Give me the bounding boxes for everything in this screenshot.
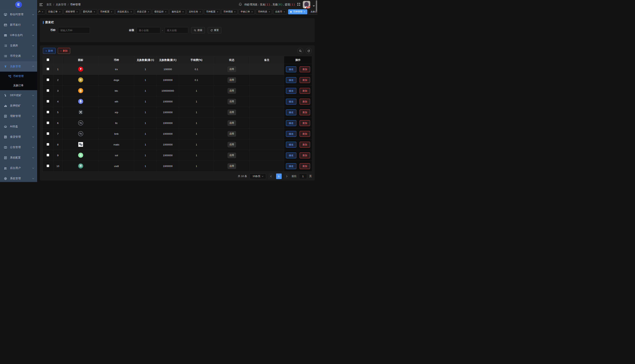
tab-close-icon[interactable]: × xyxy=(251,11,253,13)
row-delete-button[interactable]: 删除 xyxy=(300,120,310,126)
user-menu-caret-icon[interactable] xyxy=(313,6,315,7)
row-delete-button[interactable]: 删除 xyxy=(300,88,310,94)
page-size-select[interactable]: 10条/页 xyxy=(250,174,266,179)
edit-button[interactable]: 修改 xyxy=(286,66,296,72)
row-delete-button[interactable]: 删除 xyxy=(300,152,310,158)
tab[interactable]: 币种配置× xyxy=(204,9,220,14)
logo[interactable]: E xyxy=(0,0,37,9)
row-checkbox[interactable] xyxy=(47,132,49,135)
add-button[interactable]: +新增 xyxy=(43,48,56,54)
bell-icon[interactable] xyxy=(239,2,242,7)
tab[interactable]: 服务监控× xyxy=(170,9,186,14)
row-delete-button[interactable]: 删除 xyxy=(300,163,310,169)
table-search-button[interactable] xyxy=(297,48,303,54)
tab-close-icon[interactable]: × xyxy=(111,11,112,13)
sidebar-item-wealth[interactable]: 理财管理 xyxy=(0,111,37,121)
sidebar-item-coin-trade[interactable]: 币币交易 xyxy=(0,51,37,61)
sidebar-item-lending[interactable]: 借贷管理 xyxy=(0,132,37,142)
tab[interactable]: 户× xyxy=(37,9,45,14)
edit-button[interactable]: 修改 xyxy=(286,131,296,137)
row-checkbox[interactable] xyxy=(47,122,49,124)
row-checkbox[interactable] xyxy=(47,164,49,167)
tab-close-icon[interactable]: × xyxy=(217,11,218,13)
page-button-current[interactable]: 1 xyxy=(276,174,282,179)
tab[interactable]: 币种周期× xyxy=(221,9,237,14)
row-checkbox[interactable] xyxy=(47,100,49,102)
sidebar-subitem-swap-orders[interactable]: 兑换订单 xyxy=(0,81,37,90)
sidebar-item-ai[interactable]: AI控盘 xyxy=(0,121,37,132)
row-checkbox[interactable] xyxy=(47,78,49,81)
sidebar-item-staking[interactable]: 质押挖矿 xyxy=(0,100,37,111)
tab-active[interactable]: 币种管理× xyxy=(288,9,307,14)
tab[interactable]: 归集订单× xyxy=(47,9,63,14)
delete-button[interactable]: −删除 xyxy=(58,48,70,54)
breadcrumb-home[interactable]: 首页 xyxy=(47,3,52,6)
fullscreen-icon[interactable] xyxy=(297,2,300,7)
tab[interactable]: 缓存监控× xyxy=(152,9,168,14)
tab-close-icon[interactable]: × xyxy=(234,11,235,13)
edit-button[interactable]: 修改 xyxy=(286,142,296,148)
tab-close-icon[interactable]: × xyxy=(269,11,270,13)
tab[interactable]: 委托列表× xyxy=(81,9,97,14)
min-amount-input[interactable] xyxy=(137,27,160,34)
sidebar-subitem-coin-management[interactable]: 币种管理 xyxy=(0,72,37,81)
edit-button[interactable]: 修改 xyxy=(286,88,296,94)
row-delete-button[interactable]: 删除 xyxy=(300,110,310,115)
prev-page-button[interactable] xyxy=(268,174,274,179)
max-amount-input[interactable] xyxy=(165,27,188,34)
tab-close-icon[interactable]: × xyxy=(284,11,285,13)
edit-button[interactable]: 修改 xyxy=(286,77,296,83)
tab[interactable]: 授权管理× xyxy=(64,9,80,14)
tab-close-icon[interactable]: × xyxy=(148,11,149,13)
row-checkbox[interactable] xyxy=(47,68,49,70)
edit-button[interactable]: 修改 xyxy=(286,163,296,169)
tab[interactable]: 定时任务× xyxy=(187,9,203,14)
edit-button[interactable]: 修改 xyxy=(286,110,296,115)
sidebar-item-ucontract[interactable]: U本位合约 xyxy=(0,30,37,40)
goto-page-input[interactable] xyxy=(299,174,307,179)
tab[interactable]: 申购订单× xyxy=(239,9,255,14)
row-delete-button[interactable]: 删除 xyxy=(300,66,310,72)
row-checkbox[interactable] xyxy=(47,111,49,113)
sidebar-collapse-icon[interactable] xyxy=(39,3,43,6)
tab[interactable]: 币种列表× xyxy=(256,9,272,14)
sidebar-item-swap-management[interactable]: ¥ 兑换管理 xyxy=(0,61,37,72)
edit-button[interactable]: 修改 xyxy=(286,120,296,126)
reset-button[interactable]: 重置 xyxy=(208,27,221,34)
tab-close-icon[interactable]: × xyxy=(59,11,61,13)
edit-button[interactable]: 修改 xyxy=(286,152,296,158)
row-checkbox[interactable] xyxy=(47,143,49,146)
sidebar-item-newcoin[interactable]: 新币发行 xyxy=(0,20,37,30)
tab[interactable]: 自发币× xyxy=(273,9,287,14)
sidebar-item-exchange[interactable]: 交易所 xyxy=(0,40,37,51)
tab-close-icon[interactable]: × xyxy=(165,11,166,13)
sidebar-item-system-management[interactable]: 系统管理 xyxy=(0,173,37,182)
tab-close-icon[interactable]: × xyxy=(77,11,78,13)
search-button[interactable]: 搜索 xyxy=(191,27,205,34)
tab-close-icon[interactable]: × xyxy=(182,11,184,13)
sidebar-item-announcement[interactable]: 公告管理 xyxy=(0,142,37,152)
row-checkbox[interactable] xyxy=(47,154,49,156)
tab-close-icon[interactable]: × xyxy=(131,11,132,13)
tab-close-icon[interactable]: × xyxy=(42,11,43,13)
sidebar-item-system-config[interactable]: 系统配置 xyxy=(0,152,37,163)
tab-close-icon[interactable]: × xyxy=(304,11,305,13)
avatar[interactable]: IKUZ! xyxy=(303,1,310,8)
table-refresh-button[interactable] xyxy=(306,48,312,54)
scrollbar[interactable] xyxy=(316,0,317,12)
sidebar-item-admin-users[interactable]: 后台用户 xyxy=(0,163,37,173)
edit-button[interactable]: 修改 xyxy=(286,99,296,104)
coin-search-input[interactable] xyxy=(58,27,90,34)
row-checkbox[interactable] xyxy=(47,89,49,92)
tab[interactable]: 控盘记录× xyxy=(135,9,151,14)
tab-close-icon[interactable]: × xyxy=(200,11,201,13)
tab-close-icon[interactable]: × xyxy=(94,11,95,13)
row-delete-button[interactable]: 删除 xyxy=(300,99,310,104)
row-delete-button[interactable]: 删除 xyxy=(300,77,310,83)
sidebar-item-defi[interactable]: DEFI挖矿 xyxy=(0,90,37,100)
sidebar-item-seccontract[interactable]: 秒合约管理 xyxy=(0,9,37,20)
row-delete-button[interactable]: 删除 xyxy=(300,142,310,148)
row-delete-button[interactable]: 删除 xyxy=(300,131,310,137)
next-page-button[interactable] xyxy=(284,174,289,179)
select-all-checkbox[interactable] xyxy=(47,58,49,61)
